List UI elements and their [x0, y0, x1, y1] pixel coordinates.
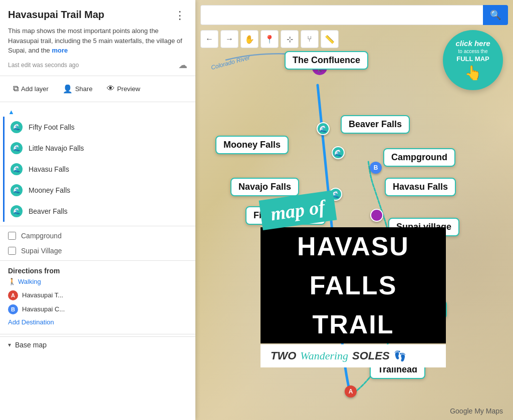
full-map-text: FULL MAP	[456, 55, 489, 63]
forward-button[interactable]: →	[220, 30, 238, 48]
checkbox-campground[interactable]: Campground	[0, 228, 195, 243]
sidebar-toolbar: ⧉ Add layer 👤 Share 👁 Preview	[0, 76, 195, 102]
beaver-falls-pin[interactable]: 🌊	[317, 122, 330, 135]
route-point-a[interactable]: A Havasupai T...	[8, 288, 187, 302]
label-mooney-falls: Mooney Falls	[215, 136, 289, 154]
label-campground: Campground	[383, 148, 455, 167]
cursor-icon: 👆	[464, 65, 482, 81]
map-description: This map shows the most important points…	[8, 26, 187, 56]
overlay-brand: TWO Wandering SOLES 👣	[261, 344, 446, 367]
eye-icon: 👁	[107, 84, 115, 93]
map-area: 🔍 ← → ✋ 📍 ⊹ ⑂ 📏 Colorado River 🚶 🌊 🌊 B	[195, 0, 513, 420]
preview-button[interactable]: 👁 Preview	[102, 81, 145, 96]
click-here-text: click here	[455, 39, 490, 48]
label-beaver-falls: Beaver Falls	[341, 115, 410, 134]
pan-button[interactable]: ✋	[240, 30, 259, 48]
point-b-marker: B	[370, 162, 382, 174]
trailhead-marker[interactable]: A	[345, 385, 357, 397]
select-button[interactable]: ⊹	[281, 30, 299, 48]
falls-icon-havasu: 🌊	[10, 162, 24, 176]
marker-b: B	[8, 304, 18, 314]
beaver-falls-icon: 🌊	[317, 122, 330, 135]
layer-item-fifty-foot[interactable]: 🌊 Fifty Foot Falls	[3, 117, 195, 138]
layer-item-beaver[interactable]: 🌊 Beaver Falls	[3, 201, 195, 222]
marker-a: A	[8, 290, 18, 300]
google-credit: Google My Maps	[450, 407, 503, 415]
add-layer-button[interactable]: ⧉ Add layer	[8, 81, 54, 96]
search-input[interactable]	[200, 5, 483, 25]
point-a-marker: A	[345, 385, 357, 397]
click-here-badge[interactable]: click here to access the FULL MAP 👆	[443, 30, 503, 90]
layers-icon: ⧉	[13, 84, 19, 93]
falls-icon-little-navajo: 🌊	[10, 141, 24, 155]
route-point-b[interactable]: B Havasupai C...	[8, 302, 187, 316]
overlay-line1: HAVASU	[261, 227, 446, 265]
falls-icon-mooney: 🌊	[10, 183, 24, 197]
overlay-line3: TRAIL	[261, 305, 446, 343]
checkbox-supai[interactable]: Supai Village	[0, 243, 195, 258]
falls-icon-fifty: 🌊	[10, 120, 24, 134]
directions-title: Directions from	[8, 267, 187, 275]
layer-item-havasu[interactable]: 🌊 Havasu Falls	[3, 159, 195, 180]
falls-icon-beaver: 🌊	[10, 204, 24, 218]
overlay-black-section: HAVASU FALLS TRAIL	[261, 227, 446, 343]
more-options-button[interactable]: ⋮	[172, 9, 187, 22]
last-edit-info: Last edit was seconds ago ☁	[8, 60, 187, 71]
search-button[interactable]: 🔍	[483, 5, 508, 25]
mooney-falls-pin[interactable]: 🌊	[332, 146, 345, 159]
layer-item-mooney[interactable]: 🌊 Mooney Falls	[3, 180, 195, 201]
label-the-confluence: The Confluence	[285, 51, 368, 70]
supai-checkbox[interactable]	[8, 247, 16, 255]
label-navajo-falls: Navajo Falls	[230, 178, 299, 196]
walking-mode: 🚶 Walking	[8, 278, 187, 285]
base-map-section[interactable]: ▾ Base map	[0, 336, 195, 353]
directions-section: Directions from 🚶 Walking A Havasupai T.…	[0, 263, 195, 332]
section-blue-label: ▲	[0, 104, 195, 117]
add-destination-link[interactable]: Add Destination	[8, 316, 187, 328]
ruler-button[interactable]: 📏	[321, 30, 339, 48]
access-text: to access the	[458, 49, 488, 54]
back-button[interactable]: ←	[200, 30, 218, 48]
label-havasu-falls: Havasu Falls	[385, 178, 456, 196]
campground-checkbox[interactable]	[8, 232, 16, 240]
cloud-icon: ☁	[178, 60, 187, 71]
overlay-line2: FALLS	[261, 266, 446, 304]
map-search-bar: 🔍	[200, 5, 508, 25]
share-button[interactable]: 👤 Share	[58, 81, 98, 97]
layer-item-little-navajo[interactable]: 🌊 Little Navajo Falls	[3, 138, 195, 159]
hiker-icon: 🚶	[8, 278, 16, 285]
overlay-graphic: map of HAVASU FALLS TRAIL TWO Wandering …	[261, 195, 446, 367]
chevron-down-icon: ▾	[8, 341, 11, 348]
sidebar: Havasupai Trail Map ⋮ This map shows the…	[0, 0, 195, 420]
map-controls: ← → ✋ 📍 ⊹ ⑂ 📏	[200, 30, 339, 48]
pin-button[interactable]: 📍	[261, 30, 279, 48]
route-button[interactable]: ⑂	[301, 30, 319, 48]
campground-marker[interactable]: B	[370, 162, 382, 174]
layer-list: ▲ 🌊 Fifty Foot Falls 🌊 Little Navajo Fal…	[0, 102, 195, 224]
mooney-falls-icon: 🌊	[332, 146, 345, 159]
add-person-icon: 👤	[63, 84, 73, 94]
search-icon: 🔍	[490, 10, 501, 21]
map-title: Havasupai Trail Map	[8, 9, 104, 21]
sidebar-header: Havasupai Trail Map ⋮ This map shows the…	[0, 0, 195, 76]
feet-icon: 👣	[394, 350, 406, 362]
overlay-top-banner: map of	[259, 190, 337, 230]
